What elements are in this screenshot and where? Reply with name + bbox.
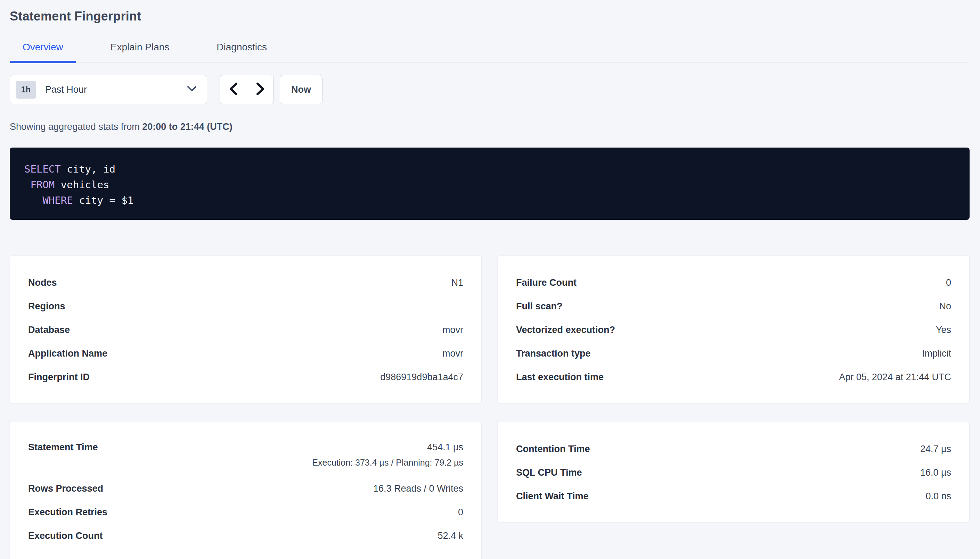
table-row: Regions bbox=[28, 294, 463, 318]
row-label: Full scan? bbox=[516, 301, 563, 312]
sql-text: vehicles bbox=[55, 179, 109, 190]
sql-text: city = $1 bbox=[73, 194, 134, 206]
sql-keyword: FROM bbox=[30, 179, 55, 190]
row-value: 24.7 µs bbox=[920, 444, 951, 455]
row-value: movr bbox=[443, 325, 463, 336]
table-row: Rows Processed 16.3 Reads / 0 Writes bbox=[28, 477, 463, 500]
row-label: Statement Time bbox=[28, 442, 98, 453]
table-row: SQL CPU Time 16.0 µs bbox=[516, 461, 951, 485]
tab-explain-plans[interactable]: Explain Plans bbox=[98, 38, 182, 62]
row-value: 16.0 µs bbox=[920, 467, 951, 478]
chevron-down-icon bbox=[187, 85, 197, 94]
execution-attributes-card: Failure Count 0 Full scan? No Vectorized… bbox=[497, 256, 970, 403]
row-value: d986919d9ba1a4c7 bbox=[380, 372, 463, 383]
interval-badge: 1h bbox=[16, 81, 36, 99]
table-row: Client Wait Time 0.0 ns bbox=[516, 485, 951, 508]
table-row: Fingerprint ID d986919d9ba1a4c7 bbox=[28, 365, 463, 389]
table-row: Database movr bbox=[28, 318, 463, 342]
wait-time-stats-card: Contention Time 24.7 µs SQL CPU Time 16.… bbox=[497, 422, 970, 522]
application-name-link[interactable]: movr bbox=[443, 348, 463, 359]
sql-statement-box: SELECT city, id FROM vehicles WHERE city… bbox=[10, 147, 970, 220]
next-interval-button[interactable] bbox=[247, 75, 274, 104]
sql-line: SELECT city, id bbox=[24, 162, 955, 177]
caption-range: 20:00 to 21:44 (UTC) bbox=[142, 122, 232, 132]
row-value: 16.3 Reads / 0 Writes bbox=[373, 483, 463, 494]
row-value: 0 bbox=[458, 507, 463, 518]
row-label: Last execution time bbox=[516, 372, 604, 383]
row-label: Execution Retries bbox=[28, 507, 108, 518]
statement-details-card: Nodes N1 Regions Database movr Applicati… bbox=[10, 256, 482, 403]
row-label: Fingerprint ID bbox=[28, 372, 90, 383]
tab-bar: Overview Explain Plans Diagnostics bbox=[10, 38, 970, 63]
time-toolbar: 1h Past Hour Now bbox=[10, 75, 970, 104]
time-range-label: Past Hour bbox=[45, 84, 187, 95]
table-row: Nodes N1 bbox=[28, 271, 463, 294]
row-label: Transaction type bbox=[516, 348, 591, 359]
statement-time-value: 454.1 µs bbox=[312, 442, 463, 453]
page-title: Statement Fingerprint bbox=[10, 9, 970, 23]
tab-diagnostics[interactable]: Diagnostics bbox=[204, 38, 280, 62]
time-step-buttons bbox=[220, 75, 274, 104]
row-value: Apr 05, 2024 at 21:44 UTC bbox=[839, 372, 951, 383]
chevron-right-icon bbox=[256, 82, 265, 97]
table-row: Transaction type Implicit bbox=[516, 342, 951, 365]
table-row: Application Name movr bbox=[28, 342, 463, 365]
chevron-left-icon bbox=[229, 82, 238, 97]
nodes-link[interactable]: N1 bbox=[451, 278, 463, 288]
caption-prefix: Showing aggregated stats from bbox=[10, 122, 142, 132]
previous-interval-button[interactable] bbox=[220, 75, 247, 104]
table-row: Failure Count 0 bbox=[516, 271, 951, 294]
sql-keyword: SELECT bbox=[24, 163, 61, 175]
row-label: Rows Processed bbox=[28, 483, 103, 494]
now-button[interactable]: Now bbox=[280, 75, 322, 104]
page-content: Statement Fingerprint Overview Explain P… bbox=[0, 0, 980, 559]
row-label: Nodes bbox=[28, 278, 57, 288]
time-range-dropdown[interactable]: 1h Past Hour bbox=[10, 75, 207, 104]
row-label: Regions bbox=[28, 301, 65, 312]
row-label: Failure Count bbox=[516, 278, 577, 288]
statement-time-row: Statement Time 454.1 µs Execution: 373.4… bbox=[28, 437, 463, 477]
sql-line: FROM vehicles bbox=[24, 177, 955, 193]
row-label: Database bbox=[28, 325, 70, 336]
sql-text: city, id bbox=[61, 163, 115, 175]
row-value: 52.4 k bbox=[438, 531, 463, 541]
row-label: Client Wait Time bbox=[516, 491, 589, 502]
table-row: Last execution time Apr 05, 2024 at 21:4… bbox=[516, 365, 951, 389]
sql-keyword: WHERE bbox=[42, 194, 73, 206]
aggregated-stats-caption: Showing aggregated stats from 20:00 to 2… bbox=[10, 122, 970, 132]
row-value: No bbox=[939, 301, 951, 312]
statement-time-breakdown: Execution: 373.4 µs / Planning: 79.2 µs bbox=[312, 458, 463, 468]
row-label: Execution Count bbox=[28, 531, 103, 541]
table-row: Execution Retries 0 bbox=[28, 500, 463, 524]
table-row: Contention Time 24.7 µs bbox=[516, 437, 951, 461]
table-row: Execution Count 52.4 k bbox=[28, 524, 463, 547]
table-row: Vectorized execution? Yes bbox=[516, 318, 951, 342]
row-value: 0.0 ns bbox=[925, 491, 951, 502]
row-value: 0 bbox=[946, 278, 951, 288]
summary-cards-grid: Nodes N1 Regions Database movr Applicati… bbox=[10, 256, 970, 559]
table-row: Full scan? No bbox=[516, 294, 951, 318]
row-value: Implicit bbox=[922, 348, 951, 359]
sql-line: WHERE city = $1 bbox=[24, 193, 955, 208]
row-label: Vectorized execution? bbox=[516, 325, 615, 336]
row-label: SQL CPU Time bbox=[516, 467, 582, 478]
tab-overview[interactable]: Overview bbox=[10, 38, 76, 62]
row-label: Application Name bbox=[28, 348, 108, 359]
row-label: Contention Time bbox=[516, 444, 590, 455]
statement-stats-card: Statement Time 454.1 µs Execution: 373.4… bbox=[10, 422, 482, 559]
row-value: Yes bbox=[936, 325, 951, 336]
